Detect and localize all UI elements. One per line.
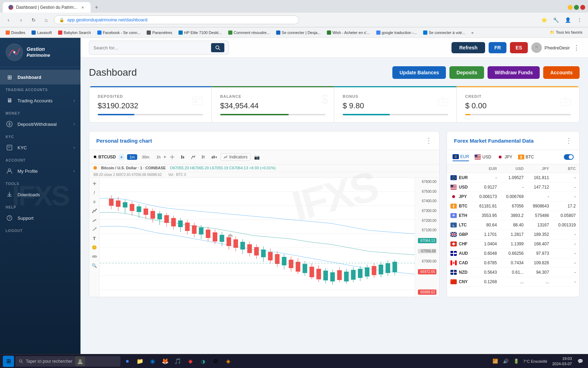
timeframe-dropdown[interactable]: ▾: [164, 155, 166, 159]
bookmark-hp[interactable]: HP Elite 7100 Deskt...: [176, 30, 224, 35]
timeframe-1m[interactable]: 1m: [127, 154, 137, 160]
trend-tool[interactable]: [91, 207, 98, 215]
zoom-tool[interactable]: 🔍: [91, 262, 98, 270]
taskbar-pin3[interactable]: ⚙: [210, 356, 221, 367]
chart-tool-bar[interactable]: [200, 153, 208, 161]
user-menu-button[interactable]: ⋮: [573, 44, 580, 52]
sys-weather[interactable]: 7°C Ensoleillé: [522, 356, 549, 366]
currency-name: CNY: [459, 279, 468, 284]
sys-network[interactable]: 📶: [490, 356, 500, 366]
svg-rect-100: [282, 257, 286, 265]
home-button[interactable]: ⌂: [41, 15, 51, 25]
back-button[interactable]: ‹: [4, 15, 13, 25]
svg-rect-130: [386, 263, 390, 273]
start-button[interactable]: ⊞: [3, 356, 14, 367]
deposits-button[interactable]: Deposits: [449, 66, 484, 79]
usd-flag: [475, 155, 481, 159]
crosshair-tool[interactable]: ✛: [91, 180, 98, 188]
forex-tab-usd[interactable]: USD: [475, 153, 491, 161]
taskbar-pin4[interactable]: ◈: [223, 356, 234, 367]
address-bar[interactable]: 🔒 app.gestiondupatrimoine.net/dashboard: [54, 15, 299, 24]
sys-battery[interactable]: 🔋: [511, 356, 521, 366]
search-button[interactable]: [211, 43, 224, 52]
chart-price-axis: 67600.00 67500.00 67400.00 67300.00 6720…: [415, 178, 439, 297]
extension-icon-3[interactable]: 👤: [563, 15, 573, 25]
forex-tab-jpy[interactable]: JPY: [497, 153, 512, 161]
update-balances-button[interactable]: Update Balances: [392, 66, 446, 79]
sidebar-item-trading-accounts[interactable]: 🖥 Trading Accounts ›: [0, 93, 80, 108]
withdraw-funds-button[interactable]: Withdraw Funds: [488, 66, 540, 79]
maximize-button[interactable]: [574, 5, 579, 10]
taskbar-pin2[interactable]: ◑: [197, 356, 209, 367]
taskbar-chrome[interactable]: ●: [122, 356, 133, 367]
taskbar-firefox[interactable]: 🦊: [160, 356, 171, 367]
bookmark-folder[interactable]: 📁 Tous les favoris: [547, 29, 585, 35]
bookmark-comment[interactable]: Comment résoudre...: [225, 30, 273, 35]
sys-volume[interactable]: 🔊: [501, 356, 511, 366]
bookmark-seconnecter[interactable]: Se connecter | Desja...: [273, 30, 323, 35]
extension-icon-2[interactable]: 🔧: [551, 15, 561, 25]
bookmark-parametres[interactable]: Paramètres: [144, 30, 175, 35]
add-symbol-button[interactable]: +: [118, 154, 125, 161]
extension-icon-4[interactable]: ⋮: [575, 15, 584, 25]
indicators-button[interactable]: Indicators: [220, 153, 251, 161]
bookmark-facebook[interactable]: Facebook - Se conn...: [94, 30, 144, 35]
bookmark-babylon-search[interactable]: Babylon Search: [55, 30, 94, 35]
usd-value: -: [500, 183, 527, 192]
sidebar-item-downloads[interactable]: Downloads: [0, 187, 80, 202]
ray-tool[interactable]: [91, 225, 98, 233]
bookmark-lavasoft[interactable]: Lavasoft: [29, 30, 55, 35]
forward-button[interactable]: ›: [16, 15, 26, 25]
search-icon: [215, 45, 220, 50]
forex-panel-menu[interactable]: ⋮: [565, 136, 572, 145]
lines-tool[interactable]: ≡: [91, 198, 98, 206]
chart-panel-menu[interactable]: ⋮: [425, 136, 432, 145]
timeframe-30m[interactable]: 30m: [139, 154, 152, 160]
timeframe-1h[interactable]: 1h: [154, 154, 163, 160]
taskbar-pin1[interactable]: ◆: [185, 356, 196, 367]
reload-button[interactable]: ↻: [29, 15, 38, 25]
lang-fr-button[interactable]: FR: [489, 42, 506, 53]
search-input[interactable]: [93, 45, 208, 50]
svg-rect-116: [337, 270, 342, 280]
emoji-tool[interactable]: 🙂: [91, 244, 98, 251]
lang-es-button[interactable]: ES: [510, 42, 528, 53]
sidebar-item-kyc[interactable]: KYC ›: [0, 140, 80, 155]
bookmark-more[interactable]: »: [469, 30, 476, 35]
chart-tool-candle[interactable]: [178, 153, 187, 161]
bookmark-ms-connect[interactable]: Se connecter à votr...: [420, 30, 468, 35]
new-tab-button[interactable]: +: [92, 3, 101, 12]
currency-flag: [450, 241, 457, 246]
extension-icon-1[interactable]: ⭐: [539, 15, 549, 25]
tab-close[interactable]: ✕: [80, 5, 85, 10]
chart-tool-crosshair[interactable]: [168, 153, 176, 161]
sys-notifications[interactable]: 💬: [575, 356, 585, 366]
bookmark-doodles[interactable]: Doodles: [3, 30, 28, 35]
forex-tab-eur[interactable]: EUR: [453, 153, 469, 161]
forex-toggle[interactable]: [564, 154, 574, 160]
chart-type-dropdown[interactable]: ▾: [210, 153, 218, 161]
accounts-button[interactable]: Accounts: [543, 66, 580, 79]
refresh-button[interactable]: Refresh: [451, 42, 485, 53]
pencil-tool[interactable]: /: [91, 189, 98, 197]
channel-tool[interactable]: [91, 216, 98, 224]
sidebar-item-support[interactable]: ? Support: [0, 211, 80, 225]
taskbar-explorer[interactable]: 📁: [134, 356, 146, 367]
screenshot-button[interactable]: 📷: [253, 153, 261, 161]
sidebar-item-my-profile[interactable]: My Profile ›: [0, 164, 80, 178]
sidebar-item-dashboard[interactable]: ⊞ Dashboard: [0, 70, 80, 84]
bookmark-google-trad[interactable]: google traduction -...: [373, 30, 420, 35]
taskbar-search[interactable]: Taper ici pour rechercher: [15, 356, 120, 367]
sidebar-item-deposit[interactable]: $ Deposit/Withdrawal ›: [0, 117, 80, 131]
browser-tab[interactable]: Dashboard | Gestion du Patrim... ✕: [3, 2, 91, 13]
text-tool[interactable]: T: [91, 234, 98, 242]
chart-tool-line[interactable]: [189, 153, 197, 161]
taskbar-edge[interactable]: ◉: [147, 356, 158, 367]
user-profile[interactable]: PhedreDesir: [531, 42, 570, 53]
minimize-button[interactable]: [568, 5, 573, 10]
forex-tab-btc[interactable]: ₿ BTC: [518, 153, 534, 161]
ruler-tool[interactable]: [91, 253, 98, 260]
close-button[interactable]: [580, 5, 585, 10]
bookmark-wish[interactable]: Wish - Acheter en s'...: [324, 30, 373, 35]
taskbar-music[interactable]: 🎵: [172, 356, 183, 367]
